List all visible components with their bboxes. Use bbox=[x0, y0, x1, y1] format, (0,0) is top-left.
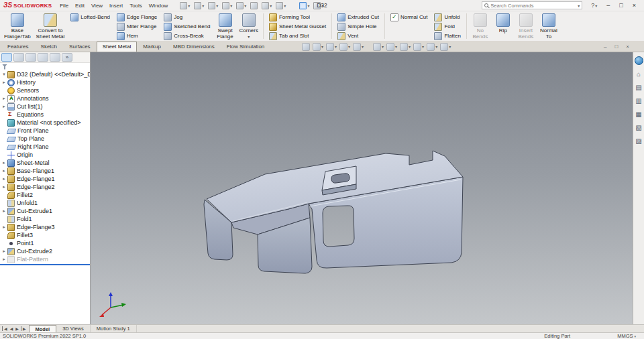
corners-dropdown-icon[interactable] bbox=[248, 33, 250, 40]
close-icon[interactable]: × bbox=[628, 0, 641, 11]
doc-close-icon[interactable]: × bbox=[623, 42, 632, 52]
expand-arrow-icon[interactable] bbox=[1, 96, 7, 101]
last-sheet-icon[interactable]: ▶ bbox=[21, 326, 27, 331]
save-icon[interactable] bbox=[208, 2, 218, 9]
graphics-viewport[interactable] bbox=[91, 52, 633, 324]
lofted-bend-button[interactable]: Lofted-Bend bbox=[68, 13, 112, 21]
undo-icon[interactable] bbox=[236, 2, 246, 9]
zoom-area-icon[interactable] bbox=[313, 43, 323, 51]
feature-tree-item[interactable]: Edge-Flange2 bbox=[0, 183, 90, 191]
feature-tree-item[interactable]: Flat-Pattern bbox=[0, 255, 90, 263]
appearances-scenes-icon[interactable]: ▧ bbox=[635, 123, 643, 132]
search-commands-box[interactable]: ▾ bbox=[482, 1, 582, 9]
command-tab[interactable]: Surfaces bbox=[63, 42, 97, 52]
featuremanager-tab-icon[interactable] bbox=[1, 53, 12, 62]
feature-tree-item[interactable]: Annotations bbox=[0, 94, 90, 103]
maximize-icon[interactable]: □ bbox=[614, 0, 627, 11]
section-view-icon[interactable] bbox=[339, 43, 350, 51]
convert-to-sheet-metal-button[interactable]: Convert toSheet Metal bbox=[34, 12, 68, 41]
feature-tree-item[interactable]: Sensors bbox=[0, 86, 90, 94]
command-tab[interactable]: Flow Simulation bbox=[221, 42, 270, 52]
prev-sheet-icon[interactable]: ◀ bbox=[9, 326, 14, 331]
dimxpertmanager-tab-icon[interactable] bbox=[38, 53, 48, 62]
feature-tree-item[interactable]: Material <not specified> bbox=[0, 119, 90, 127]
menu-item[interactable]: File bbox=[56, 1, 72, 10]
swept-flange-button[interactable]: SweptFlange bbox=[214, 12, 237, 41]
doc-minimize-icon[interactable]: – bbox=[601, 42, 609, 52]
feature-tree-item[interactable]: Fillet3 bbox=[0, 231, 90, 239]
command-tab[interactable]: Sketch bbox=[35, 42, 63, 52]
command-tab[interactable]: Sheet Metal bbox=[97, 42, 138, 52]
feature-tree-item[interactable]: Point1 bbox=[0, 239, 90, 247]
feature-tree-item[interactable]: Equations bbox=[0, 111, 90, 119]
menu-item[interactable]: Edit bbox=[72, 1, 88, 10]
feature-tree-item[interactable]: Base-Flange1 bbox=[0, 167, 90, 175]
feature-tree-item[interactable]: Edge-Flange3 bbox=[0, 223, 90, 231]
cross-break-button[interactable]: Cross-Break bbox=[162, 31, 212, 40]
filter-funnel-icon[interactable] bbox=[2, 64, 7, 70]
hem-button[interactable]: Hem bbox=[115, 31, 159, 40]
redo-icon[interactable] bbox=[250, 2, 258, 9]
sheet-metal-part[interactable] bbox=[91, 52, 633, 324]
fold-button[interactable]: Fold bbox=[432, 22, 462, 31]
minimize-icon[interactable]: – bbox=[602, 0, 614, 11]
search-input[interactable] bbox=[490, 3, 576, 9]
corners-button[interactable]: Corners bbox=[237, 12, 261, 41]
feature-tree-item[interactable]: Top Plane bbox=[0, 135, 90, 143]
custom-properties-icon[interactable]: ▨ bbox=[635, 137, 643, 145]
expand-arrow-icon[interactable] bbox=[1, 160, 7, 165]
zoom-fit-icon[interactable] bbox=[302, 43, 310, 51]
insert-bends-button[interactable]: InsertBends bbox=[515, 12, 537, 41]
feature-tree-item[interactable]: Cut-Extrude2 bbox=[0, 247, 90, 255]
command-tab[interactable]: Markup bbox=[137, 42, 167, 52]
configurationmanager-tab-icon[interactable] bbox=[25, 53, 36, 62]
home-icon[interactable]: ⌂ bbox=[635, 70, 643, 78]
expand-arrow-icon[interactable] bbox=[1, 104, 7, 109]
menu-item[interactable]: View bbox=[88, 1, 106, 10]
bottom-tab[interactable]: Model bbox=[29, 325, 57, 332]
search-dropdown-icon[interactable]: ▾ bbox=[578, 3, 580, 8]
view-orientation-icon[interactable] bbox=[373, 43, 384, 51]
first-sheet-icon[interactable]: ◀ bbox=[2, 326, 8, 331]
expand-arrow-icon[interactable] bbox=[1, 176, 7, 182]
edge-flange-button[interactable]: Edge Flange bbox=[115, 13, 159, 21]
command-tab[interactable]: MBD Dimensions bbox=[167, 42, 221, 52]
base-flange-button[interactable]: BaseFlange/Tab bbox=[1, 12, 34, 41]
display-style-icon[interactable] bbox=[386, 43, 397, 51]
normal-cut-button[interactable]: Normal Cut bbox=[388, 13, 429, 21]
feature-tree-item[interactable]: Cut-Extrude1 bbox=[0, 207, 90, 215]
expand-arrow-icon[interactable] bbox=[1, 224, 7, 230]
rebuild-icon[interactable] bbox=[262, 2, 272, 9]
command-tab[interactable]: Features bbox=[1, 42, 35, 52]
rip-button[interactable]: Rip bbox=[492, 12, 515, 36]
normal-to-button[interactable]: NormalTo bbox=[537, 12, 560, 41]
simple-hole-button[interactable]: Simple Hole bbox=[335, 22, 381, 31]
help-icon[interactable]: ? bbox=[586, 0, 602, 11]
vent-button[interactable]: Vent bbox=[335, 31, 381, 40]
doc-restore-icon[interactable]: □ bbox=[612, 42, 621, 52]
rollback-bar[interactable] bbox=[0, 264, 90, 265]
sketched-bend-button[interactable]: Sketched Bend bbox=[162, 22, 212, 31]
feature-tree-item[interactable]: Sheet-Metal bbox=[0, 159, 90, 167]
feature-tree-item[interactable]: Front Plane bbox=[0, 127, 90, 135]
bottom-tab[interactable]: 3D Views bbox=[56, 325, 91, 332]
expand-tabs-icon[interactable]: » bbox=[62, 53, 72, 62]
open-doc-icon[interactable] bbox=[194, 2, 204, 9]
feature-tree-item[interactable]: Edge-Flange1 bbox=[0, 175, 90, 183]
dynamic-annotation-icon[interactable] bbox=[353, 43, 364, 51]
feature-tree-item[interactable]: Unfold1 bbox=[0, 199, 90, 207]
previous-view-icon[interactable] bbox=[326, 43, 337, 51]
tab-and-slot-button[interactable]: Tab and Slot bbox=[267, 31, 328, 40]
no-bends-button[interactable]: NoBends bbox=[469, 12, 492, 41]
expand-arrow-icon[interactable] bbox=[1, 208, 7, 214]
edit-appearance-icon[interactable] bbox=[413, 43, 424, 51]
design-library-icon[interactable]: ▤ bbox=[635, 83, 643, 92]
view-palette-icon[interactable]: ▦ bbox=[635, 110, 643, 119]
feature-tree-item[interactable]: Fold1 bbox=[0, 215, 90, 223]
menu-item[interactable]: Insert bbox=[106, 1, 126, 10]
new-doc-icon[interactable] bbox=[180, 2, 190, 9]
menu-item[interactable]: Window bbox=[146, 1, 171, 10]
jog-button[interactable]: Jog bbox=[162, 13, 212, 21]
feature-tree-item[interactable]: History bbox=[0, 78, 90, 86]
file-explorer-icon[interactable]: ▥ bbox=[635, 96, 643, 105]
